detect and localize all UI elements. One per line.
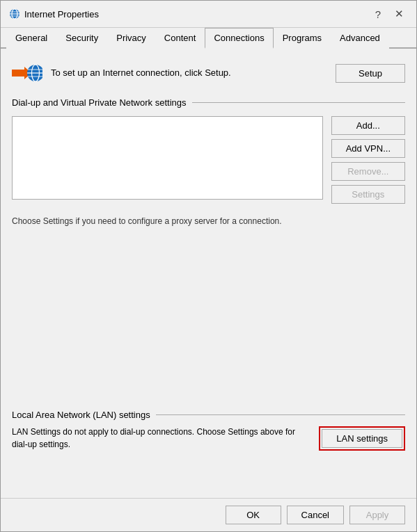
tab-connections[interactable]: Connections <box>205 28 273 49</box>
close-button[interactable]: ✕ <box>391 6 408 22</box>
help-button[interactable]: ? <box>371 7 385 22</box>
setup-row: To set up an Internet connection, click … <box>12 60 405 86</box>
tab-privacy[interactable]: Privacy <box>107 28 155 49</box>
add-vpn-button[interactable]: Add VPN... <box>331 139 405 158</box>
title-bar-controls: ? ✕ <box>371 6 408 22</box>
cancel-button[interactable]: Cancel <box>287 506 344 524</box>
remove-button[interactable]: Remove... <box>331 162 405 181</box>
dialup-section-header: Dial-up and Virtual Private Network sett… <box>12 97 405 108</box>
settings-button[interactable]: Settings <box>331 185 405 204</box>
setup-button[interactable]: Setup <box>336 64 405 83</box>
globe-arrow-icon <box>12 60 42 86</box>
lan-section: Local Area Network (LAN) settings LAN Se… <box>12 407 405 451</box>
dialup-area: Add... Add VPN... Remove... Settings <box>12 116 405 204</box>
tab-advanced[interactable]: Advanced <box>331 28 389 49</box>
dialup-section-line <box>192 102 406 103</box>
tab-programs[interactable]: Programs <box>274 28 331 49</box>
bottom-spacer <box>12 459 405 487</box>
lan-section-line <box>156 414 405 415</box>
lan-settings-button[interactable]: LAN settings <box>322 429 402 448</box>
ok-button[interactable]: OK <box>226 506 281 524</box>
dialup-section-label: Dial-up and Virtual Private Network sett… <box>12 97 187 108</box>
footer: OK Cancel Apply <box>1 498 416 531</box>
lan-btn-wrapper: LAN settings <box>319 426 405 451</box>
tab-content[interactable]: Content <box>155 28 205 49</box>
internet-properties-window: Internet Properties ? ✕ General Security… <box>0 0 417 532</box>
title-bar-left: Internet Properties <box>9 8 99 19</box>
dialup-note: Choose Settings if you need to configure… <box>12 215 405 227</box>
lan-section-header: Local Area Network (LAN) settings <box>12 410 405 420</box>
ie-icon <box>9 8 20 19</box>
setup-icon <box>12 60 42 86</box>
main-content: To set up an Internet connection, click … <box>1 49 416 498</box>
dialup-buttons: Add... Add VPN... Remove... Settings <box>331 116 405 204</box>
window-title: Internet Properties <box>24 9 99 19</box>
spacer <box>12 236 405 393</box>
title-bar: Internet Properties ? ✕ <box>1 1 416 28</box>
tab-bar: General Security Privacy Content Connect… <box>1 28 416 49</box>
lan-text: LAN Settings do not apply to dial-up con… <box>12 426 310 451</box>
lan-section-label: Local Area Network (LAN) settings <box>12 410 150 420</box>
dialup-list[interactable] <box>12 116 323 200</box>
apply-button[interactable]: Apply <box>349 506 405 524</box>
tab-security[interactable]: Security <box>56 28 107 49</box>
add-button[interactable]: Add... <box>331 116 405 135</box>
tab-general[interactable]: General <box>6 28 56 49</box>
lan-row: LAN Settings do not apply to dial-up con… <box>12 426 405 451</box>
setup-text: To set up an Internet connection, click … <box>51 67 327 79</box>
